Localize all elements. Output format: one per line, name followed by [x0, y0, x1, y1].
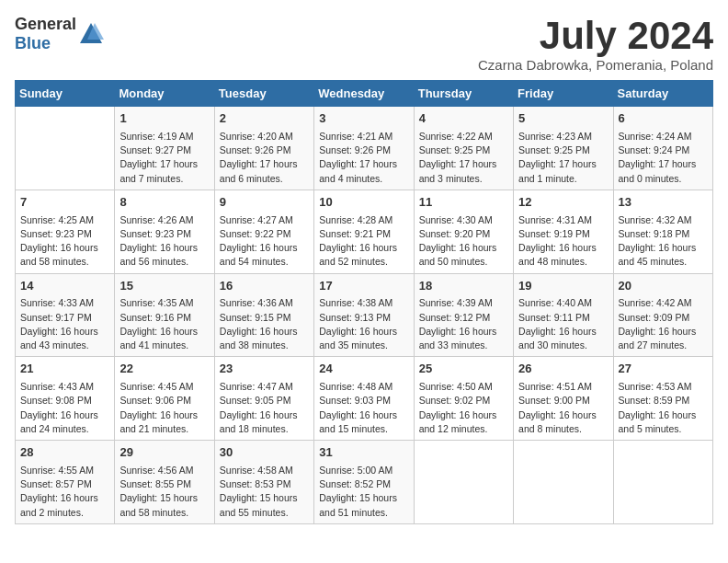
day-number: 19 — [518, 278, 608, 295]
day-cell: 22Sunrise: 4:45 AM Sunset: 9:06 PM Dayli… — [115, 357, 214, 441]
header-cell-tuesday: Tuesday — [214, 81, 313, 107]
day-number: 26 — [518, 361, 608, 378]
day-number: 13 — [619, 194, 708, 212]
day-info: Sunrise: 4:58 AM Sunset: 8:53 PM Dayligh… — [220, 464, 309, 520]
day-cell: 19Sunrise: 4:40 AM Sunset: 9:11 PM Dayli… — [514, 273, 613, 357]
day-cell: 24Sunrise: 4:48 AM Sunset: 9:03 PM Dayli… — [314, 357, 414, 441]
day-info: Sunrise: 4:48 AM Sunset: 9:03 PM Dayligh… — [319, 380, 408, 436]
day-number: 14 — [20, 278, 109, 295]
day-info: Sunrise: 4:24 AM Sunset: 9:24 PM Dayligh… — [619, 130, 708, 186]
day-info: Sunrise: 4:51 AM Sunset: 9:00 PM Dayligh… — [518, 380, 608, 436]
day-number: 9 — [220, 194, 309, 212]
day-cell — [613, 441, 712, 524]
day-cell: 8Sunrise: 4:26 AM Sunset: 9:23 PM Daylig… — [115, 190, 214, 273]
day-info: Sunrise: 4:27 AM Sunset: 9:22 PM Dayligh… — [220, 213, 309, 270]
week-row-2: 7Sunrise: 4:25 AM Sunset: 9:23 PM Daylig… — [16, 190, 713, 273]
day-cell — [514, 441, 613, 524]
day-number: 8 — [119, 194, 209, 212]
day-info: Sunrise: 4:28 AM Sunset: 9:21 PM Dayligh… — [319, 213, 408, 270]
day-cell: 3Sunrise: 4:21 AM Sunset: 9:26 PM Daylig… — [314, 107, 414, 190]
day-info: Sunrise: 4:33 AM Sunset: 9:17 PM Dayligh… — [20, 296, 109, 352]
day-cell: 1Sunrise: 4:19 AM Sunset: 9:27 PM Daylig… — [115, 107, 214, 190]
day-number: 28 — [20, 444, 109, 462]
day-cell: 9Sunrise: 4:27 AM Sunset: 9:22 PM Daylig… — [214, 190, 313, 273]
day-info: Sunrise: 4:20 AM Sunset: 9:26 PM Dayligh… — [220, 130, 309, 186]
day-info: Sunrise: 4:42 AM Sunset: 9:09 PM Dayligh… — [619, 296, 708, 352]
header-cell-sunday: Sunday — [16, 81, 115, 107]
week-row-4: 21Sunrise: 4:43 AM Sunset: 9:08 PM Dayli… — [16, 357, 713, 441]
day-cell: 25Sunrise: 4:50 AM Sunset: 9:02 PM Dayli… — [414, 357, 513, 441]
header-row: SundayMondayTuesdayWednesdayThursdayFrid… — [16, 81, 713, 107]
day-cell: 27Sunrise: 4:53 AM Sunset: 8:59 PM Dayli… — [613, 357, 712, 441]
logo-text: General Blue — [15, 15, 76, 53]
header-cell-monday: Monday — [115, 81, 214, 107]
day-number: 20 — [619, 278, 708, 295]
day-number: 12 — [518, 194, 608, 212]
day-number: 21 — [20, 361, 109, 378]
day-info: Sunrise: 4:50 AM Sunset: 9:02 PM Dayligh… — [419, 380, 508, 436]
day-number: 11 — [419, 194, 508, 212]
calendar-table: SundayMondayTuesdayWednesdayThursdayFrid… — [15, 80, 713, 524]
day-number: 7 — [20, 194, 109, 212]
day-number: 31 — [319, 444, 408, 462]
day-number: 3 — [319, 110, 408, 128]
day-number: 15 — [119, 278, 209, 295]
day-number: 2 — [220, 110, 309, 128]
day-number: 17 — [319, 278, 408, 295]
day-number: 5 — [518, 110, 608, 128]
header-cell-thursday: Thursday — [414, 81, 513, 107]
week-row-5: 28Sunrise: 4:55 AM Sunset: 8:57 PM Dayli… — [16, 441, 713, 524]
day-cell: 13Sunrise: 4:32 AM Sunset: 9:18 PM Dayli… — [613, 190, 712, 273]
day-cell: 20Sunrise: 4:42 AM Sunset: 9:09 PM Dayli… — [613, 273, 712, 357]
logo-general: General — [15, 15, 76, 33]
day-info: Sunrise: 4:21 AM Sunset: 9:26 PM Dayligh… — [319, 130, 408, 186]
day-number: 6 — [619, 110, 708, 128]
day-info: Sunrise: 4:53 AM Sunset: 8:59 PM Dayligh… — [619, 380, 708, 436]
day-number: 30 — [220, 444, 309, 462]
location-title: Czarna Dabrowka, Pomerania, Poland — [478, 57, 713, 73]
title-area: July 2024 Czarna Dabrowka, Pomerania, Po… — [478, 15, 713, 73]
day-cell: 17Sunrise: 4:38 AM Sunset: 9:13 PM Dayli… — [314, 273, 414, 357]
day-cell: 2Sunrise: 4:20 AM Sunset: 9:26 PM Daylig… — [214, 107, 313, 190]
day-cell: 10Sunrise: 4:28 AM Sunset: 9:21 PM Dayli… — [314, 190, 414, 273]
day-info: Sunrise: 4:22 AM Sunset: 9:25 PM Dayligh… — [419, 130, 508, 186]
day-info: Sunrise: 4:30 AM Sunset: 9:20 PM Dayligh… — [419, 213, 508, 270]
day-cell — [414, 441, 513, 524]
day-number: 23 — [220, 361, 309, 378]
day-cell — [16, 107, 115, 190]
day-info: Sunrise: 4:25 AM Sunset: 9:23 PM Dayligh… — [20, 213, 109, 270]
logo-blue: Blue — [15, 34, 51, 52]
day-info: Sunrise: 4:39 AM Sunset: 9:12 PM Dayligh… — [419, 296, 508, 352]
day-info: Sunrise: 4:43 AM Sunset: 9:08 PM Dayligh… — [20, 380, 109, 436]
day-info: Sunrise: 4:19 AM Sunset: 9:27 PM Dayligh… — [119, 130, 209, 186]
day-cell: 26Sunrise: 4:51 AM Sunset: 9:00 PM Dayli… — [514, 357, 613, 441]
day-info: Sunrise: 4:36 AM Sunset: 9:15 PM Dayligh… — [220, 296, 309, 352]
day-info: Sunrise: 4:23 AM Sunset: 9:25 PM Dayligh… — [518, 130, 608, 186]
header-cell-friday: Friday — [514, 81, 613, 107]
day-cell: 5Sunrise: 4:23 AM Sunset: 9:25 PM Daylig… — [514, 107, 613, 190]
day-info: Sunrise: 4:45 AM Sunset: 9:06 PM Dayligh… — [119, 380, 209, 436]
day-info: Sunrise: 5:00 AM Sunset: 8:52 PM Dayligh… — [319, 464, 408, 520]
day-info: Sunrise: 4:26 AM Sunset: 9:23 PM Dayligh… — [119, 213, 209, 270]
day-info: Sunrise: 4:32 AM Sunset: 9:18 PM Dayligh… — [619, 213, 708, 270]
day-cell: 6Sunrise: 4:24 AM Sunset: 9:24 PM Daylig… — [613, 107, 712, 190]
day-info: Sunrise: 4:38 AM Sunset: 9:13 PM Dayligh… — [319, 296, 408, 352]
day-cell: 7Sunrise: 4:25 AM Sunset: 9:23 PM Daylig… — [16, 190, 115, 273]
day-number: 10 — [319, 194, 408, 212]
day-cell: 11Sunrise: 4:30 AM Sunset: 9:20 PM Dayli… — [414, 190, 513, 273]
day-number: 22 — [119, 361, 209, 378]
day-cell: 4Sunrise: 4:22 AM Sunset: 9:25 PM Daylig… — [414, 107, 513, 190]
day-info: Sunrise: 4:55 AM Sunset: 8:57 PM Dayligh… — [20, 464, 109, 520]
day-info: Sunrise: 4:40 AM Sunset: 9:11 PM Dayligh… — [518, 296, 608, 352]
day-info: Sunrise: 4:56 AM Sunset: 8:55 PM Dayligh… — [119, 464, 209, 520]
day-number: 1 — [119, 110, 209, 128]
day-cell: 14Sunrise: 4:33 AM Sunset: 9:17 PM Dayli… — [16, 273, 115, 357]
day-number: 4 — [419, 110, 508, 128]
day-info: Sunrise: 4:47 AM Sunset: 9:05 PM Dayligh… — [220, 380, 309, 436]
day-cell: 21Sunrise: 4:43 AM Sunset: 9:08 PM Dayli… — [16, 357, 115, 441]
day-info: Sunrise: 4:31 AM Sunset: 9:19 PM Dayligh… — [518, 213, 608, 270]
day-cell: 16Sunrise: 4:36 AM Sunset: 9:15 PM Dayli… — [214, 273, 313, 357]
day-cell: 15Sunrise: 4:35 AM Sunset: 9:16 PM Dayli… — [115, 273, 214, 357]
day-number: 27 — [619, 361, 708, 378]
day-number: 16 — [220, 278, 309, 295]
